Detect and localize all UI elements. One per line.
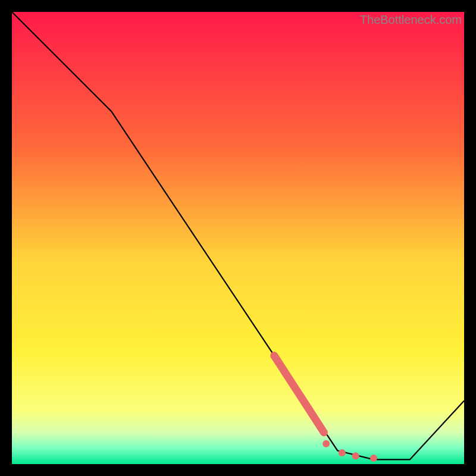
attribution-label: TheBottleneck.com — [360, 13, 462, 27]
chart-container: TheBottleneck.com — [12, 12, 464, 464]
highlight-dot — [339, 449, 346, 456]
highlight-dot — [352, 452, 359, 459]
highlight-dot — [370, 455, 377, 462]
highlight-dot — [322, 440, 330, 447]
bottleneck-chart — [12, 12, 464, 464]
